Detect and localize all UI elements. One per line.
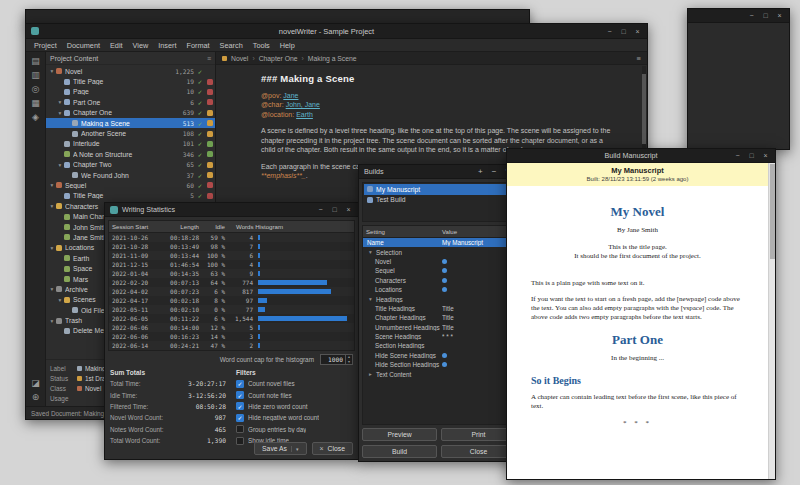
setting-row[interactable]: ▾Selection xyxy=(363,247,515,256)
setting-row[interactable]: Sequel xyxy=(363,266,515,275)
stats-session-row[interactable]: 2022-02-2000:07:1364 %774 xyxy=(109,278,354,287)
scrollbar-thumb[interactable] xyxy=(770,164,775,259)
col-length[interactable]: Length xyxy=(164,223,202,230)
build-icon[interactable]: ◈ xyxy=(32,112,39,122)
tree-item[interactable]: Title Page5✓ xyxy=(46,191,215,201)
toggle-on-icon[interactable] xyxy=(442,268,447,273)
add-icon[interactable]: + xyxy=(476,167,485,176)
build-list-item[interactable]: Test Build xyxy=(364,195,514,206)
col-session-start[interactable]: Session Start xyxy=(112,223,164,230)
project-tree-icon[interactable]: ▤ xyxy=(31,56,40,66)
setting-row[interactable]: Chapter HeadingsTitle xyxy=(363,313,515,322)
expand-icon[interactable]: ▾ xyxy=(48,318,56,324)
setting-row[interactable]: Characters xyxy=(363,276,515,285)
expand-icon[interactable]: ▾ xyxy=(56,297,64,303)
breadcrumb-part[interactable]: Novel xyxy=(231,55,248,62)
save-as-dropdown-icon[interactable]: ▾ xyxy=(291,446,299,452)
builds-titlebar[interactable]: Builds +−✎ xyxy=(359,165,519,179)
close-icon[interactable]: × xyxy=(775,12,784,19)
print-button[interactable]: Print xyxy=(441,428,516,441)
toggle-on-icon[interactable] xyxy=(442,287,447,292)
manuscript-titlebar[interactable]: Build Manuscript −□× xyxy=(507,149,775,163)
outline-icon[interactable]: ▦ xyxy=(31,98,40,108)
spin-down-icon[interactable]: ▾ xyxy=(348,360,350,365)
expand-icon[interactable]: ▸ xyxy=(367,371,374,377)
menu-tools[interactable]: Tools xyxy=(248,41,275,50)
expand-icon[interactable]: ▾ xyxy=(48,286,56,292)
close-icon[interactable]: × xyxy=(633,28,642,35)
tree-item[interactable]: ▾Chapter Two65✓ xyxy=(46,160,215,170)
tree-item[interactable]: ▾Part One6✓ xyxy=(46,97,215,107)
filter-checkbox[interactable]: ✓ xyxy=(236,391,244,399)
setting-row[interactable]: Novel xyxy=(363,257,515,266)
setting-row[interactable]: Unnumbered HeadingsTitle xyxy=(363,323,515,332)
expand-icon[interactable]: ▾ xyxy=(48,203,56,209)
tree-item[interactable]: Title Page19✓ xyxy=(46,76,215,86)
tree-item[interactable]: Interlude101✓ xyxy=(46,139,215,149)
project-menu-icon[interactable]: ≡ xyxy=(207,55,211,62)
maximize-icon[interactable]: □ xyxy=(747,152,756,159)
stats-session-row[interactable]: 2022-06-0500:11:226 %1,544 xyxy=(109,314,354,323)
toggle-on-icon[interactable] xyxy=(442,353,447,358)
stats-session-row[interactable]: 2022-04-0200:07:236 %817 xyxy=(109,287,354,296)
maximize-icon[interactable]: □ xyxy=(619,28,628,35)
minimize-icon[interactable]: − xyxy=(747,12,756,19)
minimize-icon[interactable]: − xyxy=(733,152,742,159)
menu-insert[interactable]: Insert xyxy=(153,41,181,50)
col-words-histogram[interactable]: Words Histogram xyxy=(228,223,351,230)
maximize-icon[interactable]: □ xyxy=(330,206,339,213)
setting-row[interactable]: ▸Text Content xyxy=(363,369,515,378)
setting-row[interactable]: NameMy Manuscript xyxy=(363,238,515,247)
details-icon[interactable]: ◪ xyxy=(31,378,40,388)
filter-checkbox[interactable]: ✓ xyxy=(236,380,244,388)
col-idle[interactable]: Idle xyxy=(202,223,228,230)
expand-icon[interactable]: ▾ xyxy=(48,182,56,188)
novel-tree-icon[interactable]: ▥ xyxy=(31,70,40,80)
tag-value[interactable]: Jane xyxy=(283,92,298,99)
preview-scrollbar[interactable] xyxy=(768,163,775,479)
setting-row[interactable]: Scene Headings* * * xyxy=(363,332,515,341)
menu-project[interactable]: Project xyxy=(29,41,62,50)
cap-spinbox[interactable]: 1000 ▴ ▾ xyxy=(320,354,353,365)
stats-session-row[interactable]: 2021-10-2600:18:2859 %4 xyxy=(109,233,354,242)
filter-checkbox[interactable] xyxy=(236,425,244,433)
stats-session-row[interactable]: 2022-01-0400:14:3563 %9 xyxy=(109,269,354,278)
breadcrumb-part[interactable]: Chapter One xyxy=(259,55,298,62)
tree-item[interactable]: Another Scene108✓ xyxy=(46,128,215,138)
minimize-icon[interactable]: − xyxy=(316,206,325,213)
menu-help[interactable]: Help xyxy=(275,41,300,50)
tree-item[interactable]: ▾Sequel60✓ xyxy=(46,180,215,190)
save-as-button[interactable]: Save As ▾ xyxy=(254,442,306,455)
build-list-item[interactable]: My Manuscript xyxy=(364,184,514,195)
preview-button[interactable]: Preview xyxy=(362,428,437,441)
tree-item[interactable]: We Found John37✓ xyxy=(46,170,215,180)
toggle-on-icon[interactable] xyxy=(442,278,447,283)
expand-icon[interactable]: ▾ xyxy=(48,245,56,251)
setting-row[interactable]: ▾Headings xyxy=(363,294,515,303)
settings-icon[interactable]: ⊛ xyxy=(32,392,40,402)
close-button[interactable]: × Close xyxy=(312,442,353,455)
close-icon[interactable]: × xyxy=(344,206,353,213)
menu-view[interactable]: View xyxy=(128,41,154,50)
background-window-titlebar[interactable]: −□× xyxy=(688,9,789,23)
expand-icon[interactable]: ▾ xyxy=(56,99,64,105)
stats-session-row[interactable]: 2021-10-2800:13:4998 %7 xyxy=(109,242,354,251)
editor-menu-icon[interactable]: ≡ xyxy=(637,54,641,63)
remove-icon[interactable]: − xyxy=(490,167,499,176)
toggle-on-icon[interactable] xyxy=(442,259,447,264)
toggle-on-icon[interactable] xyxy=(442,362,447,367)
menu-edit[interactable]: Edit xyxy=(105,41,128,50)
stats-session-row[interactable]: 2021-12-1501:46:54100 %4 xyxy=(109,260,354,269)
setting-row[interactable]: Hide Section Headings xyxy=(363,360,515,369)
build-button[interactable]: Build xyxy=(362,445,437,458)
expand-icon[interactable]: ▾ xyxy=(367,249,374,255)
stats-session-row[interactable]: 2022-06-0600:14:0012 %5 xyxy=(109,323,354,332)
filter-checkbox[interactable]: ✓ xyxy=(236,402,244,410)
setting-row[interactable]: Hide Scene Headings xyxy=(363,351,515,360)
manuscript-preview[interactable]: My Manuscript Built: 28/11/23 13:11:59 (… xyxy=(507,163,768,479)
setting-row[interactable]: Title HeadingsTitle xyxy=(363,304,515,313)
cap-value[interactable]: 1000 xyxy=(321,355,345,364)
tag-value[interactable]: Earth xyxy=(296,111,313,118)
expand-icon[interactable]: ▾ xyxy=(56,162,64,168)
expand-icon[interactable]: ▾ xyxy=(56,110,64,116)
